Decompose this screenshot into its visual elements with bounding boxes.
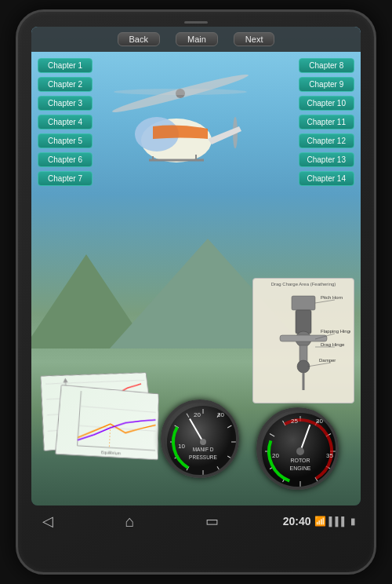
svg-line-31 <box>78 446 156 451</box>
next-button[interactable]: Next <box>234 32 275 46</box>
svg-text:Damper: Damper <box>319 358 336 363</box>
svg-text:MANIF D: MANIF D <box>193 447 214 452</box>
svg-line-13 <box>315 300 335 303</box>
svg-text:25: 25 <box>291 418 298 425</box>
chapter-7-button[interactable]: Chapter 7 <box>38 171 93 186</box>
chapter-11-button[interactable]: Chapter 11 <box>299 115 354 130</box>
manifold-pressure-gauge: 10 20 30 MANIF D PRESSURE <box>161 400 239 478</box>
home-nav-icon: ⌂ <box>125 513 135 531</box>
svg-rect-9 <box>280 335 327 341</box>
chapter-5-button[interactable]: Chapter 5 <box>38 133 93 148</box>
chapter-9-button[interactable]: Chapter 9 <box>299 77 354 92</box>
svg-text:35: 35 <box>326 452 333 459</box>
svg-line-35 <box>109 426 110 447</box>
svg-text:Drag Hinge: Drag Hinge <box>321 342 345 347</box>
tablet-device: Back Main Next Chapter 1 Chapter 2 Chapt… <box>16 9 376 575</box>
chart-inner-2: Equilibrium <box>56 385 158 459</box>
chapter-10-button[interactable]: Chapter 10 <box>299 96 354 111</box>
gauge-face-rotor: 20 25 30 35 ROTOR ENGINE <box>256 407 339 490</box>
status-bar: 20:40 📶 ▌▌▌ ▮ <box>283 515 355 527</box>
chapter-12-button[interactable]: Chapter 12 <box>299 133 354 148</box>
gauge-face-manifold: 10 20 30 MANIF D PRESSURE <box>161 400 239 478</box>
svg-line-32 <box>80 406 156 412</box>
camera-indicator <box>184 21 208 24</box>
back-button[interactable]: Back <box>118 32 160 46</box>
charts-area: 0 Drag Equilibrium <box>31 370 172 467</box>
svg-text:ENGINE: ENGINE <box>290 465 311 471</box>
back-nav-icon: ◁ <box>42 513 53 530</box>
svg-rect-6 <box>292 296 315 310</box>
chapter-1-button[interactable]: Chapter 1 <box>38 58 93 73</box>
wifi-icon: 📶 <box>314 516 326 527</box>
chapter-13-button[interactable]: Chapter 13 <box>299 152 354 167</box>
svg-marker-27 <box>63 378 67 382</box>
chapter-14-button[interactable]: Chapter 14 <box>299 171 354 186</box>
svg-point-5 <box>114 89 247 95</box>
svg-point-55 <box>200 439 206 445</box>
chapter-8-button[interactable]: Chapter 8 <box>299 58 354 73</box>
svg-text:Flapping Hinge: Flapping Hinge <box>321 329 350 334</box>
rotor-diagram: Drag Charge Area (Feathering) Pitch Horn… <box>252 278 354 403</box>
device-bottom-bar: ◁ ⌂ ▭ 20:40 📶 ▌▌▌ ▮ <box>24 509 368 534</box>
svg-text:Pitch Horn: Pitch Horn <box>321 295 343 300</box>
screen: Back Main Next Chapter 1 Chapter 2 Chapt… <box>31 27 361 506</box>
chapter-4-button[interactable]: Chapter 4 <box>38 115 93 130</box>
time-display: 20:40 <box>283 515 311 527</box>
chapter-6-button[interactable]: Chapter 6 <box>38 152 93 167</box>
svg-text:10: 10 <box>178 443 185 450</box>
svg-text:PRESSURE: PRESSURE <box>189 454 217 460</box>
svg-text:20: 20 <box>272 452 279 459</box>
chart-card-2: Equilibrium <box>55 385 159 460</box>
svg-text:30: 30 <box>217 411 224 418</box>
back-nav-button[interactable]: ◁ <box>37 513 59 529</box>
svg-text:Equilibrium: Equilibrium <box>101 451 121 456</box>
svg-text:30: 30 <box>316 418 323 425</box>
svg-line-24 <box>45 380 144 384</box>
battery-icon: ▮ <box>350 516 355 527</box>
toolbar: Back Main Next <box>31 27 361 52</box>
chapters-left: Chapter 1 Chapter 2 Chapter 3 Chapter 4 … <box>38 58 93 186</box>
rotor-diagram-title: Drag Charge Area (Feathering) <box>256 282 350 287</box>
main-button[interactable]: Main <box>176 32 218 46</box>
helicopter-image <box>102 70 259 195</box>
svg-rect-7 <box>296 310 311 334</box>
svg-line-19 <box>307 363 331 367</box>
chapters-right: Chapter 8 Chapter 9 Chapter 10 Chapter 1… <box>299 58 354 186</box>
svg-point-76 <box>296 447 304 455</box>
recent-nav-button[interactable]: ▭ <box>201 513 223 529</box>
device-top-bar <box>24 21 368 24</box>
home-nav-button[interactable]: ⌂ <box>119 513 141 529</box>
svg-text:20: 20 <box>194 411 201 418</box>
recent-nav-icon: ▭ <box>205 513 219 530</box>
rotor-engine-gauge: 20 25 30 35 ROTOR ENGINE <box>256 407 339 490</box>
svg-text:ROTOR: ROTOR <box>290 458 310 463</box>
signal-bars-icon: ▌▌▌ <box>329 516 347 526</box>
chapter-2-button[interactable]: Chapter 2 <box>38 77 93 92</box>
chapter-3-button[interactable]: Chapter 3 <box>38 96 93 111</box>
